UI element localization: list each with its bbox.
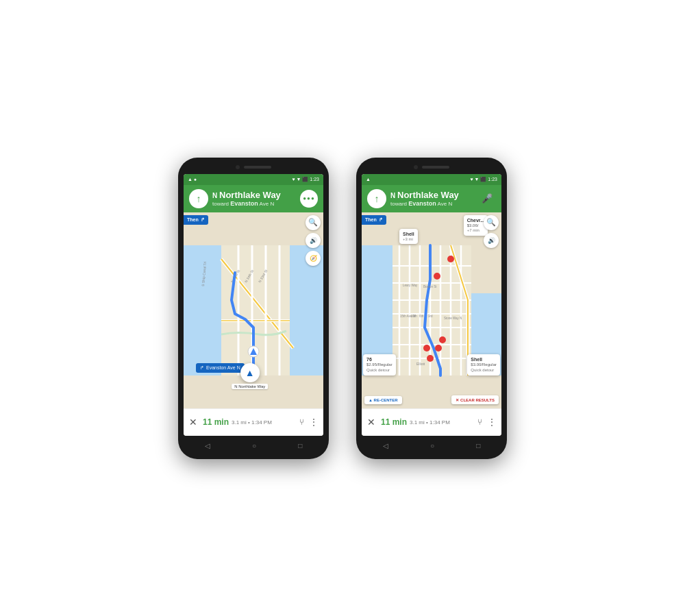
svg-text:10th: 10th [411,315,417,318]
turn-arrow-icon: ↱ [200,365,204,371]
phone-1: ▲ ● ♥ ▼ ⬛ 1:23 ↑ N Northlake Way toward … [178,158,329,459]
android-nav-bar-2: ◁ ○ □ [362,439,501,454]
nav-destination: Evanston [230,200,258,207]
svg-rect-1 [286,245,323,375]
map-sound-button-2[interactable]: 🔊 [484,233,499,248]
map-svg-2: 15th Ave W 10th 6th 3rd Leary Way Stone … [362,212,501,408]
map-compass-button[interactable]: 🧭 [306,251,321,266]
route-details: 3.1 mi • 1:34 PM [232,419,272,426]
status-bar: ▲ ● ♥ ▼ ⬛ 1:23 [184,174,323,185]
eta-time: 11 min [203,417,229,427]
mic-button[interactable]: 🎤 [478,190,496,208]
nav-info: N Northlake Way toward Evanston Ave N [212,190,300,208]
svg-point-43 [434,273,440,280]
status-right-icons: ♥ ▼ ⬛ 1:23 [292,177,319,182]
gas-name-76: 76 [366,356,393,362]
gas-extra-chevron: +7 min [467,228,484,234]
nav-locator-arrow: ▲ [240,363,260,382]
status-right-icons-2: ♥ ▼ ⬛ 1:23 [470,177,497,182]
home-icon-2[interactable]: ○ [430,442,434,449]
svg-point-47 [439,336,446,343]
then-label: Then [187,217,199,222]
then-badge: Then ↱ [184,215,208,225]
then-arrow: ↱ [201,217,205,223]
map-area-2: 15th Ave W 10th 6th 3rd Leary Way Stone … [362,212,501,408]
gas-price-76: $2.95/Regular [366,362,393,368]
map-area: N 35th St N 34th St N 33rd St S Ship Can… [184,212,323,408]
status-right-2: ♥ ▼ ⬛ 1:23 [470,177,497,182]
gas-price-shell-bottom: $3.00/Regular [471,362,497,368]
status-right: ♥ ▼ ⬛ 1:23 [292,177,319,182]
svg-point-44 [423,345,430,352]
more-options-icon-2[interactable]: ⋮ [488,417,496,427]
gas-card-shell-top[interactable]: Shell +3 mi [399,229,418,245]
then-badge-2: Then ↱ [362,215,386,225]
then-label-2: Then [365,217,377,222]
gas-name-chevron: Chevr... [467,217,484,223]
bottom-bar: ✕ 11 min 3.1 mi • 1:34 PM ⑂ ⋮ [184,408,323,436]
bottom-actions: ⑂ ⋮ [299,417,318,427]
map-sound-button[interactable]: 🔊 [306,233,321,248]
speaker-2 [422,166,449,169]
nav-street-2: N Northlake Way [390,190,478,201]
nav-direction-arrow: ↑ [189,189,208,208]
close-button[interactable]: ✕ [189,417,197,428]
phone-2-body: ▲ ♥ ▼ ⬛ 1:23 ↑ N Northlake Way toward Ev… [356,158,507,459]
nav-street-name-2: Northlake Way [397,190,459,200]
nav-toward-2: toward Evanston Ave N [390,200,478,207]
gas-name-shell-bottom: Shell [471,356,497,362]
then-arrow-2: ↱ [379,217,383,223]
nav-toward: toward Evanston Ave N [212,200,300,207]
nav-direction-arrow-2: ↑ [367,189,386,208]
recents-icon-2[interactable]: □ [476,442,480,449]
close-button-2[interactable]: ✕ [367,417,375,428]
svg-text:Leary Way: Leary Way [403,284,418,287]
back-icon[interactable]: ◁ [205,442,210,449]
recents-icon[interactable]: □ [298,442,302,449]
nav-info-2: N Northlake Way toward Evanston Ave N [390,190,478,208]
overflow-menu-button[interactable]: ●●● [300,190,318,208]
signal-icons-2: ▲ [366,177,371,182]
svg-text:6th: 6th [419,315,424,318]
svg-text:Elliott: Elliott [416,362,425,366]
recenter-button[interactable]: ▲ RE-CENTER [364,396,402,404]
route-details-2: 3.1 mi • 1:34 PM [410,419,450,426]
bottom-bar-2: ✕ 11 min 3.1 mi • 1:34 PM ⑂ ⋮ [362,408,501,436]
gas-card-shell-bottom[interactable]: Shell $3.00/Regular Quick detour [467,354,500,375]
svg-point-46 [427,355,434,362]
clear-results-label: ✕ CLEAR RESULTS [456,397,495,402]
gas-name-shell-top: Shell [403,231,414,237]
svg-point-45 [435,345,442,352]
back-icon-2[interactable]: ◁ [383,442,388,449]
gas-extra-76: Quick detour [366,368,393,373]
home-icon[interactable]: ○ [252,442,256,449]
svg-point-42 [447,256,454,262]
nav-destination-2: Evanston [408,200,436,207]
status-bar-2: ▲ ♥ ▼ ⬛ 1:23 [362,174,501,185]
map-search-button-2[interactable]: 🔍 [484,215,499,230]
svg-text:Boston St: Boston St [423,285,437,288]
phone-2-top-bar [362,163,501,171]
phone-1-body: ▲ ● ♥ ▼ ⬛ 1:23 ↑ N Northlake Way toward … [178,158,329,459]
phone-1-screen: ▲ ● ♥ ▼ ⬛ 1:23 ↑ N Northlake Way toward … [184,174,323,436]
gas-card-76[interactable]: 76 $2.95/Regular Quick detour [363,354,396,375]
more-options-icon[interactable]: ⋮ [310,417,318,427]
speaker [244,166,271,169]
nav-locator-label: N Northlake Way [232,384,268,389]
signal-icons: ▲ ● [188,177,197,182]
gas-price-chevron: $3.06/ [467,223,484,229]
nav-header: ↑ N Northlake Way toward Evanston Ave N … [184,185,323,212]
nav-street: N Northlake Way [212,190,300,201]
nav-dest-suffix-2: Ave N [438,201,453,207]
clear-results-button[interactable]: ✕ CLEAR RESULTS [451,395,499,404]
nav-direction: N [212,192,217,199]
status-left: ▲ ● [188,177,197,182]
eta-time-2: 11 min [381,417,407,427]
fork-icon-2[interactable]: ⑂ [477,417,482,427]
nav-direction-2: N [390,192,395,199]
phone-1-top-bar [184,163,323,171]
nav-locator: ▲ N Northlake Way [232,363,268,389]
fork-icon[interactable]: ⑂ [299,417,304,427]
map-search-button[interactable]: 🔍 [306,215,321,230]
gas-extra-shell-top: +3 mi [403,237,414,243]
